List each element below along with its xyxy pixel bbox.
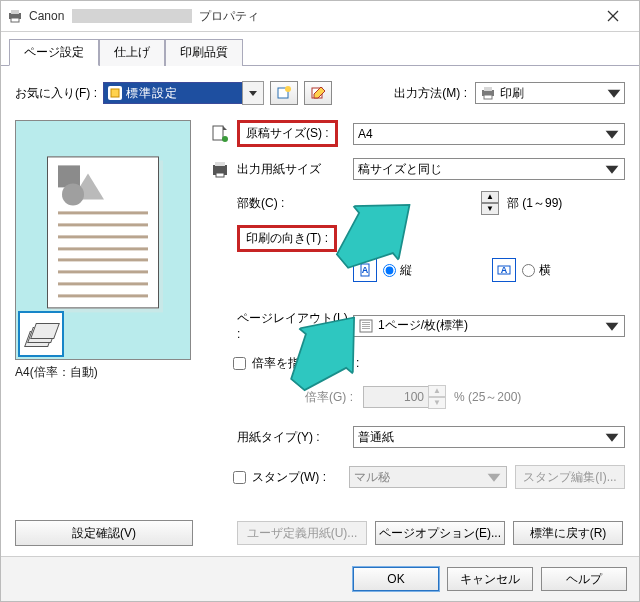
stamp-checkbox[interactable] [233,471,246,484]
ok-button[interactable]: OK [353,567,439,591]
svg-point-16 [222,136,228,142]
output-method-label: 出力方法(M) : [394,85,467,102]
orientation-portrait-label: 縦 [400,262,412,279]
paper-type-value: 普通紙 [358,429,604,446]
tab-page-setup[interactable]: ページ設定 [9,39,99,66]
favorites-output-row: お気に入り(F) : 標準設定 出力方法(M) : [15,80,625,106]
tab-strip: ページ設定 仕上げ 印刷品質 [1,32,639,66]
layout-combo[interactable]: 1ページ/枚(標準) [353,315,625,337]
window-title: Canon プロパティ [29,8,593,25]
svg-marker-33 [488,474,501,482]
layout-label: ページレイアウト(L) : [233,310,353,341]
svg-rect-11 [484,87,492,91]
spin-down-icon[interactable]: ▼ [481,203,499,215]
user-paper-button: ユーザ定義用紙(U)... [237,521,367,545]
stamp-combo: マル秘 [349,466,507,488]
help-button[interactable]: ヘルプ [541,567,627,591]
titlebar: Canon プロパティ [1,1,639,32]
svg-rect-5 [111,89,119,97]
specify-scale-row[interactable]: 倍率を指定する(N) : [233,355,359,372]
stamp-label: スタンプ(W) : [252,469,326,486]
original-size-combo[interactable]: A4 [353,123,625,145]
close-button[interactable] [593,2,633,30]
favorites-combo[interactable]: 標準設定 [103,82,243,104]
orientation-landscape[interactable]: A 横 [492,258,551,282]
output-size-combo[interactable]: 稿サイズと同じ [353,158,625,180]
title-suffix: プロパティ [199,9,259,23]
landscape-icon: A [492,258,516,282]
stamp-row[interactable]: スタンプ(W) : [233,469,349,486]
stamp-value: マル秘 [354,469,486,486]
page-preview-sheet [47,156,159,308]
favorites-add-button[interactable] [270,81,298,105]
tab-quality[interactable]: 印刷品質 [165,39,243,66]
svg-marker-15 [223,126,227,130]
svg-marker-17 [606,130,619,138]
cancel-button[interactable]: キャンセル [447,567,533,591]
chevron-down-icon [606,85,622,101]
svg-marker-21 [606,166,619,174]
svg-rect-29 [362,326,370,327]
layout-value: 1ページ/枚(標準) [378,317,604,334]
svg-marker-32 [606,434,619,442]
svg-text:A: A [501,265,508,275]
favorites-label: お気に入り(F) : [15,85,103,102]
printer-icon [7,8,23,24]
svg-marker-6 [249,91,257,96]
chevron-down-icon [604,161,620,177]
output-method-combo[interactable]: 印刷 [475,82,625,104]
restore-defaults-button[interactable]: 標準に戻す(R) [513,521,623,545]
favorites-edit-button[interactable] [304,81,332,105]
output-method-value: 印刷 [500,85,606,102]
scale-label: 倍率(G) : [233,389,363,406]
paper-type-combo[interactable]: 普通紙 [353,426,625,448]
orientation-landscape-radio[interactable] [522,264,535,277]
favorites-combo-value: 標準設定 [126,85,240,102]
preview-graphic-icon [58,165,100,205]
svg-point-8 [285,86,291,92]
output-size-icon [207,159,233,179]
original-size-value: A4 [358,127,604,141]
scale-input [363,386,429,408]
orientation-portrait-radio[interactable] [383,264,396,277]
svg-rect-2 [11,18,19,22]
orientation-portrait[interactable]: A 縦 [353,258,412,282]
page-options-button[interactable]: ページオプション(E)... [375,521,505,545]
scale-spinner: ▲▼ [363,385,446,409]
orientation-label: 印刷の向き(T) : [237,225,337,252]
favorites-combo-arrow[interactable] [242,81,264,105]
svg-rect-30 [362,328,370,329]
printer-small-icon [480,85,496,101]
tab-finishing[interactable]: 仕上げ [99,39,165,66]
spin-up-icon: ▲ [428,385,446,397]
svg-rect-12 [484,95,492,99]
specify-scale-checkbox[interactable] [233,357,246,370]
chevron-down-icon [486,469,502,485]
portrait-icon: A [353,258,377,282]
settings-confirm-button[interactable]: 設定確認(V) [15,520,193,546]
chevron-down-icon [604,126,620,142]
svg-rect-19 [215,162,225,166]
printer-properties-dialog: Canon プロパティ ページ設定 仕上げ 印刷品質 お気に入り(F) : 標準… [0,0,640,602]
title-vendor: Canon [29,9,64,23]
stamp-edit-button: スタンプ編集(I)... [515,465,625,489]
dialog-footer: OK キャンセル ヘルプ [1,556,639,601]
layout-icon [358,318,374,334]
svg-rect-1 [11,10,19,14]
chevron-down-icon [604,318,620,334]
page-size-icon [207,124,233,144]
copies-label: 部数(C) : [233,195,353,212]
page-stack-thumb[interactable] [18,311,64,357]
svg-rect-14 [213,126,223,140]
specify-scale-label: 倍率を指定する(N) : [252,355,359,372]
svg-rect-20 [216,173,224,177]
page-preview [15,120,191,360]
original-size-label: 原稿サイズ(S) : [237,120,338,147]
svg-rect-27 [362,322,370,323]
svg-marker-31 [606,322,619,330]
paper-type-label: 用紙タイプ(Y) : [233,429,353,446]
scale-hint: % (25～200) [454,389,521,406]
title-redacted [72,9,192,23]
copies-spinner-arrows[interactable]: ▲▼ [482,191,499,215]
spin-up-icon[interactable]: ▲ [481,191,499,203]
